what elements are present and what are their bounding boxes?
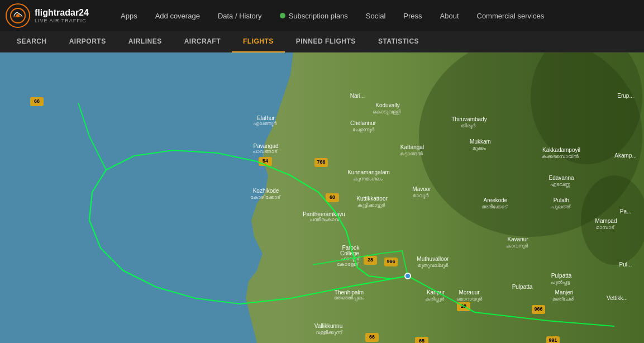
- subscription-dot: [280, 13, 285, 18]
- tab-aircraft[interactable]: AIRCRAFT: [173, 31, 232, 53]
- brand-name: flightradar24: [35, 8, 89, 18]
- nav-item-about[interactable]: About: [431, 0, 468, 31]
- airport-marker: [404, 273, 411, 279]
- svg-point-1: [16, 14, 20, 17]
- tab-statistics[interactable]: STATISTICS: [367, 31, 430, 53]
- nav-items: Apps Add coverage Data / History Subscri…: [112, 0, 553, 31]
- nav-item-press[interactable]: Press: [394, 0, 431, 31]
- brand-sub: LIVE AIR TRAFFIC: [35, 18, 89, 23]
- tab-airlines[interactable]: AIRLINES: [117, 31, 173, 53]
- tab-flights[interactable]: FLIGHTS: [232, 31, 285, 53]
- nav-item-social[interactable]: Social: [357, 0, 394, 31]
- logo-text: flightradar24 LIVE AIR TRAFFIC: [35, 8, 89, 23]
- logo-icon: [6, 3, 30, 28]
- second-navigation: SEARCH AIRPORTS AIRLINES AIRCRAFT FLIGHT…: [0, 31, 644, 53]
- logo[interactable]: flightradar24 LIVE AIR TRAFFIC: [6, 3, 101, 28]
- top-navigation: flightradar24 LIVE AIR TRAFFIC Apps Add …: [0, 0, 644, 31]
- tab-pinned-flights[interactable]: PINNED FLIGHTS: [285, 31, 367, 53]
- nav-item-add-coverage[interactable]: Add coverage: [146, 0, 209, 31]
- subscription-label: Subscription plans: [289, 12, 348, 20]
- nav-item-data-history[interactable]: Data / History: [209, 0, 271, 31]
- map-area[interactable]: [0, 53, 644, 343]
- tab-search[interactable]: SEARCH: [6, 31, 58, 53]
- tab-airports[interactable]: AIRPORTS: [58, 31, 117, 53]
- nav-item-subscription[interactable]: Subscription plans: [271, 0, 357, 31]
- nav-item-commercial[interactable]: Commercial services: [468, 0, 554, 31]
- nav-item-apps[interactable]: Apps: [112, 0, 146, 31]
